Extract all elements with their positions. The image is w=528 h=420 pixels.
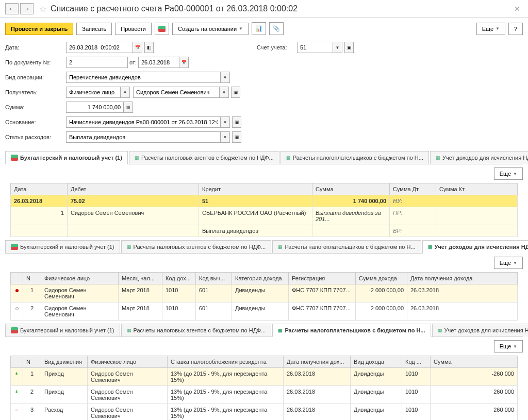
grid-icon: ▦	[127, 244, 131, 249]
recipient-name-dd[interactable]: ▼	[220, 87, 229, 98]
account-input[interactable]	[297, 42, 333, 53]
table-row[interactable]: 1 Сидоров Семен Семенович Март 2018 1010…	[11, 284, 518, 303]
accounting-table: Дата Дебет Кредит Сумма Сумма Дт Сумма К…	[10, 183, 518, 237]
grid-icon: ▦	[278, 328, 283, 333]
post-button[interactable]: Провести	[115, 23, 152, 35]
basis-ext-icon[interactable]: ▣	[232, 116, 241, 128]
tab-payers[interactable]: ▦Расчеты налогоплательщиков с бюджетом п…	[280, 151, 429, 164]
basis-dd[interactable]: ▼	[221, 116, 230, 128]
recipient-ext-icon[interactable]: ▣	[231, 87, 240, 98]
tab-accounting[interactable]: Бухгалтерский и налоговый учет (1)	[5, 240, 120, 253]
sum-input[interactable]	[66, 102, 124, 113]
payers-table: N Вид движения Физическое лицо Ставка на…	[10, 356, 518, 420]
from-label: от:	[128, 59, 138, 65]
tab-ndfl[interactable]: ▦Учет доходов для исчисления НДФЛ (2)	[432, 324, 528, 337]
sum-label: Сумма:	[5, 104, 66, 110]
dk-icon	[11, 327, 18, 333]
back-button[interactable]: ←	[5, 3, 19, 14]
tab-accounting[interactable]: Бухгалтерский и налоговый учет (1)	[5, 324, 120, 337]
grid-icon: ▦	[438, 328, 442, 333]
basis-input[interactable]	[66, 116, 221, 128]
calendar-icon[interactable]: 📅	[133, 42, 142, 53]
expense-label: Статья расходов:	[5, 134, 66, 140]
close-icon[interactable]: ✕	[512, 5, 523, 13]
table-row[interactable]: 26.03.2018 75.02 51 1 740 000,00 НУ:	[11, 195, 518, 207]
expense-dd[interactable]: ▼	[221, 131, 230, 143]
forward-button[interactable]: →	[20, 3, 34, 14]
tab-agents[interactable]: ▦Расчеты налоговых агентов с бюджетом по…	[129, 151, 279, 164]
recipient-kind-input[interactable]	[66, 87, 121, 98]
section-more-button[interactable]: Еще▼	[494, 257, 523, 269]
from-calendar-icon[interactable]: 📅	[179, 57, 189, 68]
optype-dd[interactable]: ▼	[221, 72, 230, 83]
recipient-kind-dd[interactable]: ▼	[121, 87, 130, 98]
basis-label: Основание:	[5, 119, 66, 125]
more-button[interactable]: Еще▼	[476, 23, 505, 35]
expense-input[interactable]	[66, 131, 221, 143]
date-label: Дата:	[5, 44, 66, 51]
grid-icon: ▦	[428, 244, 433, 249]
post-close-button[interactable]: Провести и закрыть	[5, 23, 73, 35]
dot-white-icon	[15, 307, 19, 310]
optype-label: Вид операции:	[5, 74, 66, 80]
tab-accounting[interactable]: Бухгалтерский и налоговый учет (1)	[5, 151, 128, 164]
table-row[interactable]: Выплата дивидендов ВР:	[11, 225, 518, 237]
account-ext-icon[interactable]: ▣	[344, 42, 354, 53]
window-title: Списание с расчетного счета Ра00-000001 …	[51, 4, 512, 13]
favorite-icon[interactable]: ☆	[39, 4, 46, 14]
report-icon-button[interactable]: 📊	[252, 22, 266, 35]
date-ext-icon[interactable]: ◧	[144, 42, 154, 53]
grid-icon: ▦	[286, 155, 291, 160]
section-more-button[interactable]: Еще▼	[494, 340, 523, 352]
help-button[interactable]: ?	[508, 23, 523, 35]
tab-payers[interactable]: ▦Расчеты налогоплательщиков с бюджетом п…	[272, 240, 421, 253]
table-row[interactable]: 1 Сидоров Семен Семенович СБЕРБАНК РОССИ…	[11, 207, 518, 225]
tab-ndfl[interactable]: ▦Учет доходов для исчисления НДФЛ (2)	[422, 240, 528, 254]
table-row[interactable]: – 3 Расход Сидоров Семен Семенович 13% (…	[11, 404, 518, 421]
dot-red-icon	[15, 289, 19, 292]
section-more-button[interactable]: Еще▼	[494, 167, 523, 180]
tab-agents[interactable]: ▦Расчеты налоговых агентов с бюджетом по…	[121, 324, 272, 337]
plus-icon: +	[15, 389, 18, 395]
expense-ext-icon[interactable]: ▣	[232, 131, 241, 143]
account-label: Счет учета:	[257, 44, 297, 51]
dk-icon	[11, 244, 18, 250]
plus-icon: +	[15, 371, 18, 377]
create-based-button[interactable]: Создать на основании▼	[172, 23, 249, 35]
docnum-input[interactable]	[66, 57, 128, 68]
minus-icon: –	[15, 407, 18, 413]
grid-icon: ▦	[436, 155, 440, 160]
recipient-label: Получатель:	[5, 89, 66, 95]
ndfl-income-table: N Физическое лицо Месяц нал... Код дох..…	[10, 272, 518, 321]
tab-ndfl[interactable]: ▦Учет доходов для исчисления НДФЛ (2)	[430, 151, 528, 164]
table-row[interactable]: + 1 Приход Сидоров Семен Семенович 13% (…	[11, 368, 518, 386]
save-button[interactable]: Записать	[76, 23, 112, 35]
attach-icon-button[interactable]: 📎	[269, 22, 284, 35]
tab-agents[interactable]: ▦Расчеты налоговых агентов с бюджетом по…	[121, 240, 272, 253]
dk-icon	[11, 155, 18, 161]
optype-input[interactable]	[66, 72, 221, 83]
account-dd[interactable]: ▼	[333, 42, 342, 53]
recipient-name-input[interactable]	[133, 87, 220, 98]
docnum-label: По документу №:	[5, 59, 66, 65]
grid-icon: ▦	[135, 155, 139, 160]
calc-icon[interactable]: ▦	[124, 102, 133, 113]
table-row[interactable]: 2 Сидоров Семен Семенович Март 2018 1010…	[11, 303, 518, 321]
table-row[interactable]: + 2 Приход Сидоров Семен Семенович 13% (…	[11, 386, 518, 404]
date-input[interactable]	[66, 42, 133, 53]
grid-icon: ▦	[127, 328, 131, 333]
grid-icon: ▦	[278, 244, 283, 249]
tab-payers[interactable]: ▦Расчеты налогоплательщиков с бюджетом п…	[272, 324, 431, 337]
from-date-input[interactable]	[138, 57, 179, 68]
dk-icon-button[interactable]	[155, 23, 169, 35]
